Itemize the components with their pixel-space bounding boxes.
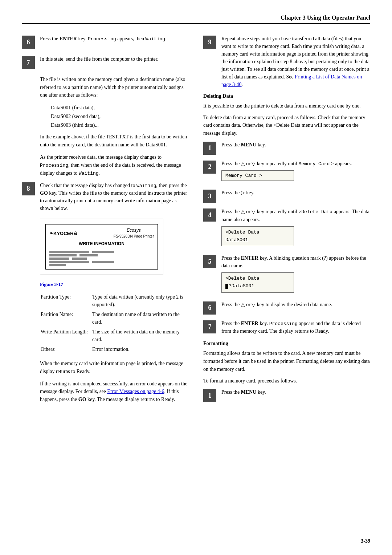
right-column: 9 Repeat above steps until you have tran… <box>203 35 370 408</box>
step-8-number: 8 <box>22 182 35 195</box>
field-label-partition-type: Partition Type: <box>41 292 91 309</box>
formatting-intro-2: To format a memory card, proceed as foll… <box>203 377 370 385</box>
cursor-icon <box>225 284 228 289</box>
step-7-text: In this state, send the file from the co… <box>40 55 189 63</box>
delete-step-6-number: 6 <box>203 301 216 315</box>
field-label-write-partition: Write Partition Length: <box>41 327 91 344</box>
step-7-number: 7 <box>22 56 35 69</box>
step-9-content: Repeat above steps until you have transf… <box>221 35 370 88</box>
bar <box>92 261 114 263</box>
printer-model: FS-9520DN Page Printer <box>114 234 154 238</box>
format-step-1-text: Press the MENU key. <box>221 388 370 396</box>
delete-step-4-text: Press the △ or ▽ key repeatedly until >D… <box>221 208 370 223</box>
bar <box>72 258 87 260</box>
step-7-content: In this state, send the file from the co… <box>40 55 189 63</box>
chapter-title: Chapter 3 Using the Operator Panel <box>281 15 370 21</box>
menu-key-label-2: MENU <box>241 389 257 395</box>
deleting-intro-2: To delete data from a memory card, proce… <box>203 114 370 137</box>
table-row: Write Partition Length: The size of the … <box>41 327 189 344</box>
memory-card-mono: Memory Card <box>299 161 330 167</box>
left-column: 6 Press the ENTER key. Processing appear… <box>22 35 189 408</box>
delete-step-3-number: 3 <box>203 190 216 203</box>
format-step-1-content: Press the MENU key. <box>221 388 370 396</box>
table-row: Partition Type: Type of data written (cu… <box>41 292 189 309</box>
delete-step-6-text: Press the △ or ▽ key to display the desi… <box>221 301 370 308</box>
delete-step-2-content: Press the △ or ▽ key repeatedly until Me… <box>221 160 370 184</box>
field-value-write-partition: The size of the written data on the memo… <box>92 327 189 344</box>
delete-step-6-block: 6 Press the △ or ▽ key to display the de… <box>203 301 370 315</box>
table-row: Partition Name: The destination name of … <box>41 310 189 327</box>
enter-key-label: ENTER <box>60 36 77 41</box>
data-list-item-1: DataS001 (first data), <box>51 104 189 112</box>
bar <box>92 251 114 253</box>
go-key-label-2: GO <box>78 397 86 402</box>
step-8-text: Check that the message display has chang… <box>40 182 189 212</box>
enter-key-label-3: ENTER <box>241 321 258 326</box>
delete-step-1-content: Press the MENU key. <box>221 141 370 149</box>
step-8-block: 8 Check that the message display has cha… <box>22 182 189 212</box>
delete-step-2-text: Press the △ or ▽ key repeatedly until Me… <box>221 160 370 168</box>
step-9-block: 9 Repeat above steps until you have tran… <box>203 35 370 88</box>
step-6-text: Press the ENTER key. Processing appears,… <box>40 35 189 43</box>
delete-step-3-block: 3 Press the ▷ key. <box>203 189 370 203</box>
field-value-others: Error information. <box>92 345 189 354</box>
left-para-1: The file is written onto the memory card… <box>40 76 189 99</box>
bar <box>49 261 89 263</box>
mock-row-3 <box>49 258 154 260</box>
delete-step-2-number: 2 <box>203 161 216 174</box>
figure-label: Figure 3-17 <box>40 281 189 287</box>
printing-list-link[interactable]: Printing a List of Data Names on page 3-… <box>221 74 362 87</box>
field-label-others: Others: <box>41 345 91 354</box>
two-column-layout: 6 Press the ENTER key. Processing appear… <box>22 35 370 408</box>
delete-data-mono: >Delete Data <box>299 209 333 215</box>
delete-step-5-text: Press the ENTER key. A blinking question… <box>221 254 370 270</box>
go-key-label: GO <box>40 190 48 196</box>
delete-step-1-number: 1 <box>203 142 216 155</box>
delete-step-7-number: 7 <box>203 320 216 333</box>
bar <box>49 251 89 253</box>
left-para-5: If the writing is not completed successf… <box>40 380 189 404</box>
table-row: Others: Error information. <box>41 345 189 354</box>
delete-step-3-content: Press the ▷ key. <box>221 189 370 197</box>
mock-row-1 <box>49 251 154 253</box>
step-6-content: Press the ENTER key. Processing appears,… <box>40 35 189 43</box>
step-7-block: 7 In this state, send the file from the … <box>22 55 189 69</box>
page: Chapter 3 Using the Operator Panel 6 Pre… <box>0 0 392 555</box>
field-value-partition-name: The destination name of data written to … <box>92 310 189 327</box>
lcd-del-line-2: ?DataS001 <box>225 283 290 290</box>
delete-step-7-text: Press the ENTER key. Processing appears … <box>221 320 370 335</box>
error-messages-link[interactable]: Error Messages on page 4-6 <box>107 389 164 394</box>
formatting-heading: Formatting <box>203 341 370 347</box>
step-9-number: 9 <box>203 36 216 49</box>
delete-step-4-block: 4 Press the △ or ▽ key repeatedly until … <box>203 208 370 249</box>
delete-step-5-content: Press the ENTER key. A blinking question… <box>221 254 370 296</box>
delete-step-5-number: 5 <box>203 255 216 268</box>
format-step-1-block: 1 Press the MENU key. <box>203 388 370 402</box>
left-para-2: In the example above, if the file TEST.T… <box>40 133 189 149</box>
delete-step-4-number: 4 <box>203 208 216 222</box>
delete-step-2-block: 2 Press the △ or ▽ key repeatedly until … <box>203 160 370 184</box>
waiting-mono-2: Waiting <box>136 183 156 189</box>
lcd-del-line-1: >Delete Data <box>225 275 290 283</box>
bar <box>79 254 98 256</box>
bar <box>49 254 77 256</box>
processing-mono-2: Processing <box>269 321 298 327</box>
lcd-line-2: DataS001 <box>225 236 290 244</box>
mock-row-2 <box>49 254 154 256</box>
delete-step-1-text: Press the MENU key. <box>221 141 370 149</box>
ecosys-logo: Ecosys <box>127 228 141 233</box>
left-para-4: When the memory card write information p… <box>40 360 189 375</box>
waiting-mono: Waiting <box>79 171 99 176</box>
waiting-text: Waiting <box>146 36 166 42</box>
delete-step-6-content: Press the △ or ▽ key to display the desi… <box>221 301 370 308</box>
lcd-line-1: >Delete Data <box>225 229 290 236</box>
deleting-intro-1: It is possible to use the printer to del… <box>203 102 370 110</box>
lcd-memory-card: Memory Card > <box>221 170 294 181</box>
enter-key-label-2: ENTER <box>241 255 258 261</box>
data-list-item-2: DataS002 (second data), <box>51 112 189 121</box>
formatting-intro-1: Formatting allows data to be written to … <box>203 349 370 373</box>
data-list: DataS001 (first data), DataS002 (second … <box>51 104 189 129</box>
chapter-header: Chapter 3 Using the Operator Panel <box>22 15 370 24</box>
left-para-3: As the printer receives data, the messag… <box>40 153 189 177</box>
write-info-title: WRITE INFORMATION <box>49 241 154 248</box>
